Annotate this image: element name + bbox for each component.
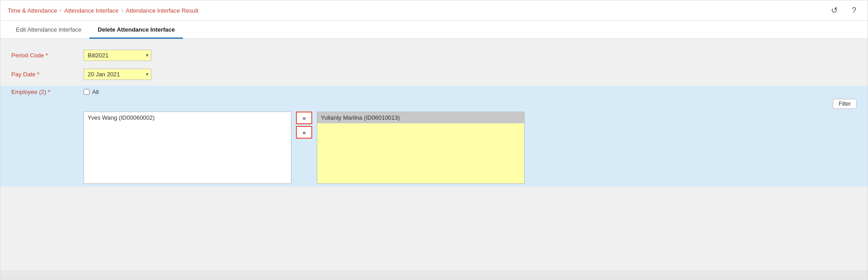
pay-date-select-wrapper: 20 Jan 2021 ▾ bbox=[84, 69, 151, 80]
tabs-bar: Edit Attendance Interface Delete Attenda… bbox=[0, 21, 868, 39]
form-panel: Period Code * Bill2021 ▾ Pay Date * bbox=[11, 48, 857, 187]
move-right-button[interactable]: » bbox=[296, 112, 312, 124]
employee-required: * bbox=[48, 89, 50, 95]
top-actions: ↺ ? bbox=[828, 4, 860, 17]
period-code-required: * bbox=[46, 52, 48, 59]
list-item[interactable]: Yulianty Marlina (ID06010013) bbox=[317, 112, 524, 123]
top-bar: Time & Attendance › Attendance Interface… bbox=[0, 0, 868, 21]
bottom-bar bbox=[0, 271, 868, 280]
refresh-button[interactable]: ↺ bbox=[828, 4, 840, 17]
all-checkbox-input[interactable] bbox=[84, 89, 89, 95]
selected-employee-list[interactable]: Yulianty Marlina (ID06010013) bbox=[317, 112, 525, 184]
breadcrumb-item-2: Attendance Interface bbox=[64, 7, 118, 14]
employee-label: Employee (2) * bbox=[11, 89, 84, 95]
help-button[interactable]: ? bbox=[848, 4, 860, 17]
pay-date-label: Pay Date * bbox=[11, 71, 84, 78]
breadcrumb: Time & Attendance › Attendance Interface… bbox=[8, 7, 198, 14]
period-code-select[interactable]: Bill2021 bbox=[84, 50, 151, 61]
content-area: Period Code * Bill2021 ▾ Pay Date * bbox=[0, 39, 868, 271]
move-left-button[interactable]: « bbox=[296, 126, 312, 139]
pay-date-select[interactable]: 20 Jan 2021 bbox=[84, 69, 151, 80]
employee-row: Employee (2) * All Filter bbox=[0, 86, 868, 187]
period-code-row: Period Code * Bill2021 ▾ bbox=[11, 48, 857, 62]
pay-date-row: Pay Date * 20 Jan 2021 ▾ bbox=[11, 67, 857, 81]
pay-date-required: * bbox=[37, 71, 39, 78]
tab-edit-attendance[interactable]: Edit Attendance Interface bbox=[8, 22, 89, 39]
breadcrumb-item-3: Attendance Interface Result bbox=[126, 7, 198, 14]
employee-section: All Filter Yves Wang (ID00060002) bbox=[84, 89, 857, 184]
employee-controls: All bbox=[84, 89, 857, 95]
main-container: Time & Attendance › Attendance Interface… bbox=[0, 0, 868, 280]
filter-button[interactable]: Filter bbox=[833, 99, 857, 109]
transfer-buttons: » « bbox=[293, 112, 315, 139]
period-code-label: Period Code * bbox=[11, 52, 84, 59]
all-checkbox-label[interactable]: All bbox=[84, 89, 99, 95]
tab-delete-attendance[interactable]: Delete Attendance Interface bbox=[89, 22, 183, 39]
available-employee-list[interactable]: Yves Wang (ID00060002) bbox=[84, 112, 291, 184]
filter-row: Filter bbox=[84, 99, 857, 109]
list-item[interactable]: Yves Wang (ID00060002) bbox=[84, 112, 291, 123]
employee-lists: Yves Wang (ID00060002) » « Yulianty Marl… bbox=[84, 112, 857, 184]
breadcrumb-item-1: Time & Attendance bbox=[8, 7, 57, 14]
breadcrumb-sep-2: › bbox=[121, 7, 123, 14]
period-code-select-wrapper: Bill2021 ▾ bbox=[84, 50, 151, 61]
breadcrumb-sep-1: › bbox=[60, 7, 61, 14]
